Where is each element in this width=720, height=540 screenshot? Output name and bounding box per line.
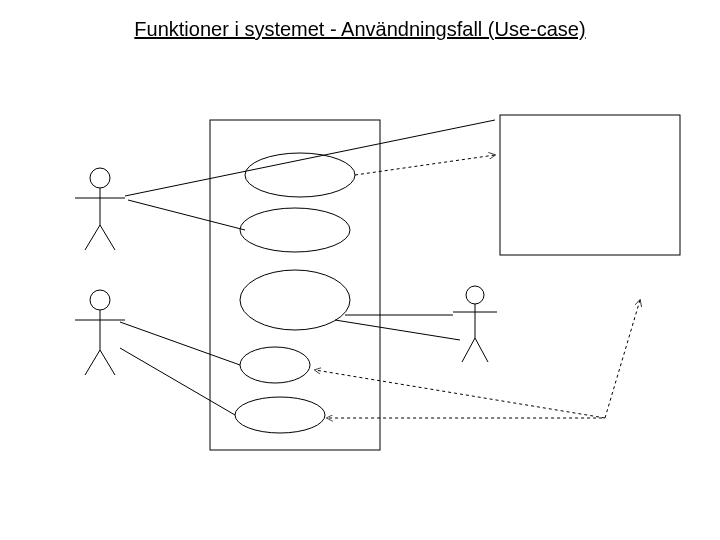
use-case-3 xyxy=(240,270,350,330)
svg-line-14 xyxy=(475,338,488,362)
assoc-actor1-uc2 xyxy=(128,200,245,230)
actor-1 xyxy=(75,168,125,250)
assoc-actor2-uc5 xyxy=(120,348,235,415)
actor-2 xyxy=(75,290,125,375)
use-case-5 xyxy=(235,397,325,433)
use-case-4 xyxy=(240,347,310,383)
assoc-actor1-top xyxy=(125,120,495,196)
svg-line-8 xyxy=(85,350,100,375)
svg-point-5 xyxy=(90,290,110,310)
dependency-external-uc4 xyxy=(315,370,605,418)
system-boundary-box xyxy=(210,120,380,450)
assoc-uc3-actor3-b xyxy=(335,320,460,340)
actor-3 xyxy=(453,286,497,362)
svg-line-3 xyxy=(85,225,100,250)
svg-point-10 xyxy=(466,286,484,304)
svg-point-0 xyxy=(90,168,110,188)
dependency-uc1-external xyxy=(355,155,495,175)
svg-line-4 xyxy=(100,225,115,250)
external-system-box xyxy=(500,115,680,255)
use-case-2 xyxy=(240,208,350,252)
svg-line-13 xyxy=(462,338,475,362)
svg-line-9 xyxy=(100,350,115,375)
use-case-diagram xyxy=(0,0,720,540)
dependency-external-uc5 xyxy=(327,300,640,418)
